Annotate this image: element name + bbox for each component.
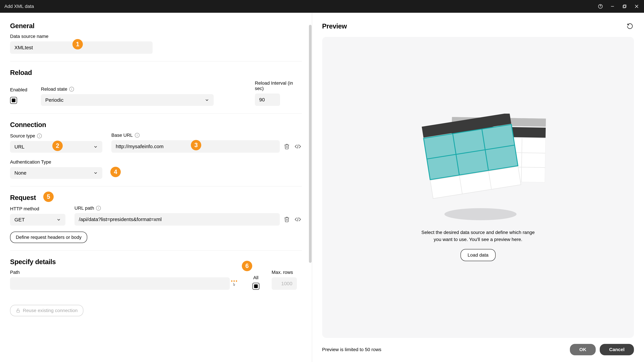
- ok-button[interactable]: OK: [570, 344, 596, 355]
- svg-rect-4: [623, 5, 626, 8]
- section-general: General Data source name 1: [10, 22, 302, 54]
- preview-placeholder: Select the desired data source and defin…: [322, 37, 634, 338]
- info-icon[interactable]: i: [96, 206, 101, 211]
- svg-rect-9: [17, 310, 20, 312]
- divider: [10, 186, 302, 187]
- help-icon[interactable]: [598, 3, 604, 9]
- step-badge-4: 4: [110, 167, 121, 177]
- trash-icon[interactable]: [283, 215, 291, 223]
- define-headers-label: Define request headers or body: [16, 235, 82, 240]
- label-reload-state-text: Reload state: [41, 86, 67, 92]
- label-url-path-text: URL path: [74, 205, 94, 211]
- close-icon[interactable]: [634, 3, 640, 9]
- code-icon[interactable]: [294, 215, 302, 223]
- step-badge-2: 2: [52, 141, 63, 151]
- label-base-url-text: Base URL: [111, 133, 133, 138]
- maximize-icon[interactable]: [622, 3, 628, 9]
- svg-rect-3: [624, 5, 626, 7]
- cursor-pointer-icon: [232, 282, 236, 287]
- load-data-button[interactable]: Load data: [460, 249, 496, 261]
- reuse-connection-button[interactable]: Reuse existing connection: [10, 305, 83, 316]
- more-dots-icon[interactable]: [231, 280, 237, 287]
- reuse-connection-label: Reuse existing connection: [23, 308, 78, 313]
- reload-state-value: Periodic: [45, 97, 64, 103]
- auth-type-value: None: [14, 170, 26, 176]
- chevron-down-icon: [56, 217, 61, 222]
- label-data-source-name: Data source name: [10, 34, 302, 39]
- url-path-input[interactable]: [74, 213, 280, 226]
- label-reload-state: Reload state i: [41, 86, 246, 92]
- main-content: General Data source name 1 Reload Enable…: [0, 13, 644, 362]
- path-input[interactable]: [10, 277, 230, 290]
- titlebar: Add XML data: [0, 0, 644, 13]
- max-rows-input[interactable]: [272, 277, 297, 290]
- preview-hint-line1: Select the desired data source and defin…: [421, 230, 535, 235]
- info-icon[interactable]: i: [69, 87, 74, 91]
- all-checkbox[interactable]: [252, 283, 260, 290]
- label-auth-type: Authentication Type: [10, 159, 302, 165]
- label-reload-interval: Reload Interval (in sec): [255, 80, 302, 91]
- heading-general: General: [10, 22, 302, 30]
- cancel-label: Cancel: [609, 347, 624, 352]
- step-badge-3: 3: [191, 140, 201, 150]
- label-path: Path: [10, 270, 240, 275]
- svg-point-10: [444, 208, 516, 220]
- auth-type-select[interactable]: None: [10, 167, 102, 179]
- divider: [10, 113, 302, 114]
- minimize-icon[interactable]: [610, 3, 616, 9]
- info-icon[interactable]: i: [135, 133, 140, 138]
- preview-illustration: [402, 114, 554, 221]
- divider: [10, 61, 302, 61]
- divider: [10, 250, 302, 251]
- heading-request: Request: [10, 194, 36, 201]
- label-url-path: URL path i: [74, 205, 302, 211]
- label-base-url: Base URL i: [111, 133, 302, 138]
- code-icon[interactable]: [294, 142, 302, 150]
- preview-limit-note: Preview is limited to 50 rows: [322, 347, 381, 352]
- scrollbar-thumb[interactable]: [309, 25, 312, 263]
- enabled-checkbox[interactable]: [10, 97, 17, 104]
- preview-hint: Select the desired data source and defin…: [421, 229, 535, 243]
- svg-point-1: [600, 7, 600, 7]
- preview-pane: Preview: [312, 13, 644, 362]
- refresh-icon[interactable]: [626, 22, 634, 30]
- heading-connection: Connection: [10, 121, 302, 129]
- trash-icon[interactable]: [283, 142, 291, 150]
- cancel-button[interactable]: Cancel: [600, 344, 634, 355]
- window-controls: [598, 3, 640, 9]
- heading-preview: Preview: [322, 22, 347, 30]
- ok-label: OK: [579, 347, 586, 352]
- load-data-label: Load data: [468, 252, 488, 258]
- heading-specify-details: Specify details: [10, 258, 302, 266]
- source-type-value: URL: [14, 144, 24, 150]
- http-method-value: GET: [14, 217, 25, 223]
- step-badge-1: 1: [72, 39, 83, 49]
- unlock-icon: [16, 308, 20, 313]
- info-icon[interactable]: i: [37, 134, 42, 138]
- label-source-type-text: Source type: [10, 133, 35, 139]
- step-badge-5: 5: [43, 192, 54, 202]
- section-specify-details: Specify details 6 Path: [10, 258, 302, 290]
- define-headers-button[interactable]: Define request headers or body: [10, 232, 87, 243]
- chevron-down-icon: [204, 98, 209, 102]
- label-all: All: [253, 275, 258, 280]
- label-source-type: Source type i: [10, 133, 102, 139]
- section-reload: Reload Enabled Reload state i: [10, 69, 302, 106]
- heading-reload: Reload: [10, 69, 302, 76]
- chevron-down-icon: [93, 171, 98, 175]
- chevron-down-icon: [93, 144, 98, 149]
- section-connection: Connection Source type i URL 2: [10, 121, 302, 179]
- window-title: Add XML data: [4, 4, 34, 9]
- http-method-select[interactable]: GET: [10, 214, 66, 226]
- svg-rect-15: [522, 118, 546, 126]
- reload-state-select[interactable]: Periodic: [41, 94, 214, 106]
- svg-line-8: [298, 217, 298, 221]
- reload-interval-input[interactable]: [255, 93, 280, 106]
- preview-hint-line2: you want to use. You'll see a preview he…: [434, 237, 522, 242]
- settings-pane: General Data source name 1 Reload Enable…: [0, 13, 312, 362]
- label-http-method: HTTP method: [10, 206, 66, 212]
- step-badge-6: 6: [242, 261, 252, 271]
- label-max-rows: Max. rows: [272, 270, 302, 275]
- svg-line-7: [298, 144, 298, 148]
- section-request: Request 5 HTTP method GET URL path: [10, 194, 302, 243]
